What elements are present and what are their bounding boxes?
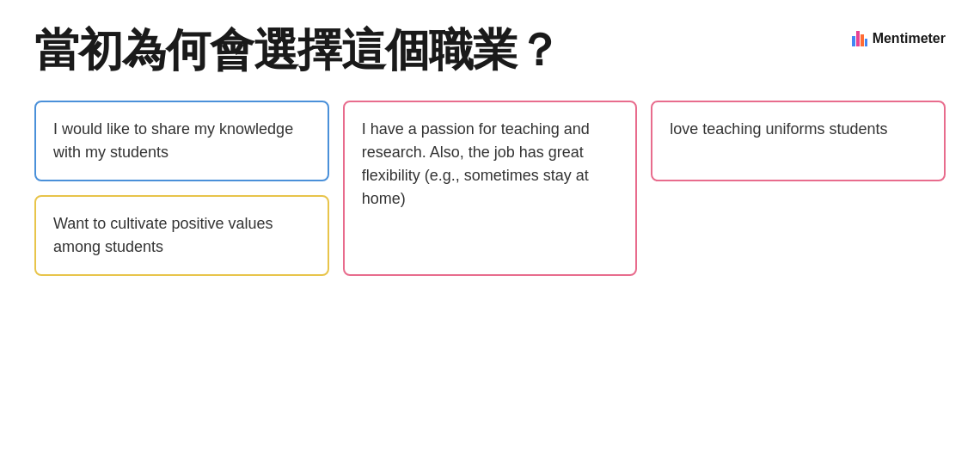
mentimeter-logo-icon (852, 31, 867, 46)
cards-grid: I would like to share my knowledge with … (34, 101, 946, 276)
svg-rect-2 (861, 34, 864, 46)
card-cultivate-text: Want to cultivate positive values among … (53, 212, 310, 259)
page-container: 當初為何會選擇這個職業？ Mentimeter I would like to … (0, 0, 980, 459)
svg-rect-3 (865, 39, 867, 46)
card-love-teaching-text: love teaching uniforms students (670, 118, 887, 141)
card-love-teaching: love teaching uniforms students (651, 101, 946, 181)
page-title: 當初為何會選擇這個職業？ (34, 26, 560, 75)
card-passion: I have a passion for teaching and resear… (343, 101, 638, 276)
logo-area: Mentimeter (852, 26, 946, 46)
card-knowledge: I would like to share my knowledge with … (34, 101, 329, 181)
header: 當初為何會選擇這個職業？ Mentimeter (34, 26, 946, 75)
svg-rect-1 (856, 31, 860, 46)
logo-text: Mentimeter (873, 31, 946, 46)
card-cultivate: Want to cultivate positive values among … (34, 195, 329, 276)
card-knowledge-text: I would like to share my knowledge with … (53, 118, 310, 164)
svg-rect-0 (852, 36, 855, 46)
card-passion-text: I have a passion for teaching and resear… (362, 118, 619, 211)
